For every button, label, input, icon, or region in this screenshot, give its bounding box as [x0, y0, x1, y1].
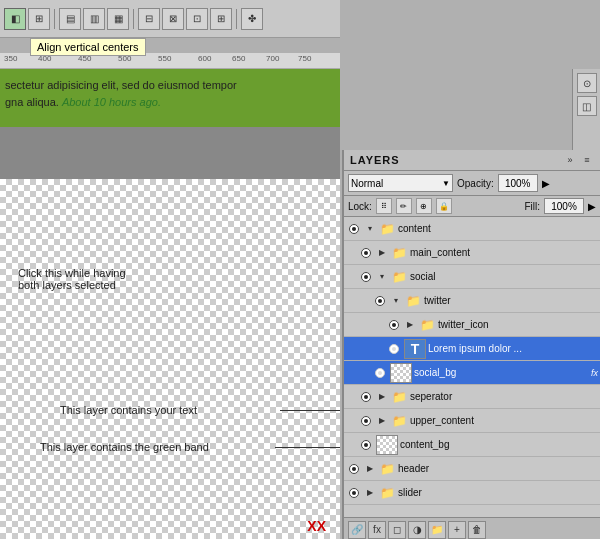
fill-arrow[interactable]: ▶: [588, 201, 596, 212]
toolbar-btn-10[interactable]: ✤: [241, 8, 263, 30]
annotation-line-3: [275, 447, 340, 448]
lock-icon-plus[interactable]: ⊕: [416, 198, 432, 214]
layer-thumb-social-bg: [390, 363, 412, 383]
layer-name-content-bg: content_bg: [400, 439, 598, 450]
layer-link-btn[interactable]: 🔗: [348, 521, 366, 539]
expand-btn-seperator[interactable]: ▶: [376, 391, 388, 403]
eye-btn-upper-content[interactable]: [358, 413, 374, 429]
layer-row-main-content[interactable]: ▶ 📁 main_content: [344, 241, 600, 265]
layer-adjust-btn[interactable]: ◑: [408, 521, 426, 539]
eye-btn-social[interactable]: [358, 269, 374, 285]
layers-list[interactable]: ▾ 📁 content ▶ 📁 main_content ▾ 📁 social …: [344, 217, 600, 517]
layer-thumb-lorem: T: [404, 339, 426, 359]
toolbar-btn-7[interactable]: ⊠: [162, 8, 184, 30]
eye-btn-content[interactable]: [346, 221, 362, 237]
fill-label: Fill:: [524, 201, 540, 212]
folder-icon-main-content: 📁: [390, 246, 408, 260]
layer-row-social[interactable]: ▾ 📁 social: [344, 265, 600, 289]
expand-btn-header[interactable]: ▶: [364, 463, 376, 475]
toolbar-btn-9[interactable]: ⊞: [210, 8, 232, 30]
folder-icon-slider: 📁: [378, 486, 396, 500]
canvas-text-2: gna aliqua.: [5, 96, 59, 108]
toolbar-btn-3[interactable]: ▤: [59, 8, 81, 30]
panel-icon-double-arrow[interactable]: »: [563, 153, 577, 167]
toolbar-btn-6[interactable]: ⊟: [138, 8, 160, 30]
canvas-text-1: sectetur adipisicing elit, sed do eiusmo…: [5, 79, 237, 91]
opacity-label: Opacity:: [457, 178, 494, 189]
xx-mark: XX: [307, 518, 326, 534]
layer-row-slider[interactable]: ▶ 📁 slider: [344, 481, 600, 505]
right-tools-panel: ⊙ ◫: [572, 69, 600, 150]
eye-btn-seperator[interactable]: [358, 389, 374, 405]
toolbar-sep-3: [236, 9, 237, 29]
fill-box[interactable]: 100%: [544, 198, 584, 214]
layer-fx-btn[interactable]: fx: [368, 521, 386, 539]
eye-btn-slider[interactable]: [346, 485, 362, 501]
layer-name-social-bg: social_bg: [414, 367, 587, 378]
folder-icon-upper-content: 📁: [390, 414, 408, 428]
expand-btn-twitter-icon[interactable]: ▶: [404, 319, 416, 331]
layer-mask-btn[interactable]: ◻: [388, 521, 406, 539]
layer-name-social: social: [410, 271, 598, 282]
layer-row-content[interactable]: ▾ 📁 content: [344, 217, 600, 241]
right-tool-btn-1[interactable]: ⊙: [577, 73, 597, 93]
layer-name-twitter-icon: twitter_icon: [438, 319, 598, 330]
toolbar-btn-1[interactable]: ◧: [4, 8, 26, 30]
eye-btn-header[interactable]: [346, 461, 362, 477]
annotation-text-2: This layer contains your text: [60, 404, 197, 416]
eye-btn-social-bg[interactable]: [372, 365, 388, 381]
layer-name-twitter: twitter: [424, 295, 598, 306]
layer-folder-btn[interactable]: 📁: [428, 521, 446, 539]
layer-name-main-content: main_content: [410, 247, 598, 258]
expand-btn-main-content[interactable]: ▶: [376, 247, 388, 259]
toolbar-btn-5[interactable]: ▦: [107, 8, 129, 30]
ruler-mark-600: 600: [198, 54, 211, 63]
layer-row-twitter[interactable]: ▾ 📁 twitter: [344, 289, 600, 313]
layer-row-upper-content[interactable]: ▶ 📁 upper_content: [344, 409, 600, 433]
opacity-box[interactable]: 100%: [498, 174, 538, 192]
right-tool-btn-2[interactable]: ◫: [577, 96, 597, 116]
lock-icon-pen[interactable]: ✏: [396, 198, 412, 214]
opacity-arrow[interactable]: ▶: [542, 178, 550, 189]
lock-icon-dots[interactable]: ⠿: [376, 198, 392, 214]
layers-header-icons: » ≡: [563, 153, 594, 167]
folder-icon-social: 📁: [390, 270, 408, 284]
eye-btn-twitter[interactable]: [372, 293, 388, 309]
expand-btn-content[interactable]: ▾: [364, 223, 376, 235]
eye-btn-twitter-icon[interactable]: [386, 317, 402, 333]
layer-delete-btn[interactable]: 🗑: [468, 521, 486, 539]
toolbar-btn-2[interactable]: ⊞: [28, 8, 50, 30]
layer-row-social-bg[interactable]: social_bg fx: [344, 361, 600, 385]
annotation-text-1b: both layers selected: [18, 279, 116, 291]
expand-btn-slider[interactable]: ▶: [364, 487, 376, 499]
expand-btn-upper-content[interactable]: ▶: [376, 415, 388, 427]
expand-btn-twitter[interactable]: ▾: [390, 295, 402, 307]
layer-row-lorem[interactable]: T Lorem ipsum dolor ...: [344, 337, 600, 361]
eye-btn-main-content[interactable]: [358, 245, 374, 261]
layer-name-header: header: [398, 463, 598, 474]
annotation-text-3: This layer contains the green band: [40, 441, 209, 453]
eye-btn-lorem[interactable]: [386, 341, 402, 357]
toolbar-sep-1: [54, 9, 55, 29]
panel-icon-menu[interactable]: ≡: [580, 153, 594, 167]
annotation-line-2: [280, 410, 340, 411]
lock-icon-lock[interactable]: 🔒: [436, 198, 452, 214]
ruler-mark-750: 750: [298, 54, 311, 63]
folder-icon-content: 📁: [378, 222, 396, 236]
blend-mode-select[interactable]: Normal ▼: [348, 174, 453, 192]
ruler-mark-700: 700: [266, 54, 279, 63]
eye-btn-content-bg[interactable]: [358, 437, 374, 453]
layer-name-content: content: [398, 223, 598, 234]
layer-row-seperator[interactable]: ▶ 📁 seperator: [344, 385, 600, 409]
layer-row-content-bg[interactable]: content_bg: [344, 433, 600, 457]
layers-panel: LAYERS » ≡ Normal ▼ Opacity: 100% ▶ Lock…: [342, 150, 600, 539]
annotation-2-container: This layer contains your text: [60, 404, 197, 416]
layer-row-header[interactable]: ▶ 📁 header: [344, 457, 600, 481]
checkered-background: Click this while having both layers sele…: [0, 179, 340, 539]
annotation-3-container: This layer contains the green band: [40, 441, 209, 453]
layer-new-btn[interactable]: +: [448, 521, 466, 539]
toolbar-btn-8[interactable]: ⊡: [186, 8, 208, 30]
expand-btn-social[interactable]: ▾: [376, 271, 388, 283]
toolbar-btn-4[interactable]: ▥: [83, 8, 105, 30]
layer-row-twitter-icon[interactable]: ▶ 📁 twitter_icon: [344, 313, 600, 337]
